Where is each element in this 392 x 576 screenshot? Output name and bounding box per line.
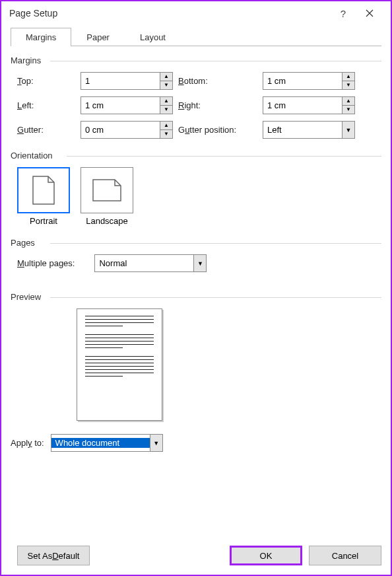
set-as-default-button[interactable]: Set As Default: [17, 546, 90, 565]
window-title: Page Setup: [9, 8, 57, 18]
group-margins: Margins: [11, 55, 381, 65]
left-up[interactable]: ▲: [160, 97, 172, 106]
right-up[interactable]: ▲: [343, 97, 354, 106]
left-input[interactable]: [81, 97, 160, 114]
orientation-row: Portrait Landscape: [17, 167, 381, 226]
right-input[interactable]: [263, 97, 342, 114]
top-down[interactable]: ▼: [160, 81, 172, 89]
left-down[interactable]: ▼: [160, 106, 172, 114]
top-label: Top:: [17, 76, 75, 86]
gutter-pos-select[interactable]: Left ▼: [263, 121, 355, 139]
close-icon: [366, 9, 374, 17]
gutter-label: Gutter:: [17, 125, 75, 135]
gutter-pos-chevron-icon[interactable]: ▼: [342, 122, 354, 138]
bottom-input[interactable]: [263, 73, 342, 89]
orientation-portrait[interactable]: [17, 167, 70, 213]
top-up[interactable]: ▲: [160, 73, 172, 81]
group-preview: Preview: [11, 292, 381, 302]
apply-to-chevron-icon[interactable]: ▼: [150, 435, 162, 451]
pages-row: Multiple pages: Normal ▼: [17, 254, 381, 272]
help-button[interactable]: ?: [330, 3, 356, 23]
right-down[interactable]: ▼: [343, 106, 354, 114]
apply-to-select[interactable]: Whole document ▼: [51, 434, 163, 452]
footer: Set As Default OK Cancel: [11, 546, 381, 565]
ok-button[interactable]: OK: [230, 546, 302, 565]
group-orientation: Orientation: [11, 151, 381, 161]
tab-layout-label: Layout: [140, 32, 166, 42]
tab-margins[interactable]: Margins: [11, 28, 71, 46]
multiple-pages-value: Normal: [95, 258, 193, 268]
bottom-label: Bottom:: [178, 76, 257, 86]
apply-row: Apply to: Whole document ▼: [11, 434, 381, 452]
preview-page: [77, 308, 162, 421]
apply-to-label: Apply to:: [11, 438, 44, 448]
multiple-pages-label: Multiple pages:: [17, 258, 75, 268]
margins-grid: Top: ▲▼ Bottom: ▲▼ Left: ▲▼ Right: ▲▼ Gu…: [17, 72, 381, 139]
gutter-spinner[interactable]: ▲▼: [81, 121, 173, 139]
portrait-label: Portrait: [17, 216, 70, 226]
tab-bar: Margins Paper Layout: [11, 28, 381, 46]
group-pages: Pages: [11, 238, 381, 248]
bottom-down[interactable]: ▼: [343, 81, 354, 89]
cancel-label: Cancel: [332, 551, 358, 561]
gutter-pos-value: Left: [263, 125, 342, 135]
landscape-label: Landscape: [81, 216, 133, 226]
right-spinner[interactable]: ▲▼: [263, 96, 355, 114]
title-bar: Page Setup ?: [1, 1, 391, 25]
gutter-down[interactable]: ▼: [160, 130, 172, 138]
orientation-landscape[interactable]: [81, 167, 133, 213]
top-spinner[interactable]: ▲▼: [81, 72, 173, 90]
bottom-spinner[interactable]: ▲▼: [263, 72, 355, 90]
gutter-input[interactable]: [81, 122, 160, 138]
ok-label: OK: [260, 551, 273, 561]
apply-to-value: Whole document: [51, 438, 150, 448]
gutter-pos-label: Gutter position:: [178, 125, 257, 135]
multiple-pages-chevron-icon[interactable]: ▼: [193, 255, 206, 271]
tab-paper-label: Paper: [86, 32, 110, 42]
multiple-pages-select[interactable]: Normal ▼: [94, 254, 207, 272]
landscape-icon: [92, 179, 121, 201]
cancel-button[interactable]: Cancel: [309, 546, 381, 565]
portrait-icon: [32, 176, 55, 205]
left-label: Left:: [17, 100, 75, 110]
close-button[interactable]: [356, 3, 383, 23]
left-spinner[interactable]: ▲▼: [81, 96, 173, 114]
bottom-up[interactable]: ▲: [343, 73, 354, 81]
tab-margins-label: Margins: [26, 32, 56, 42]
tab-layout[interactable]: Layout: [125, 28, 181, 46]
top-input[interactable]: [81, 73, 160, 89]
tab-paper[interactable]: Paper: [71, 28, 125, 46]
gutter-up[interactable]: ▲: [160, 122, 172, 130]
right-label: Right:: [178, 100, 257, 110]
